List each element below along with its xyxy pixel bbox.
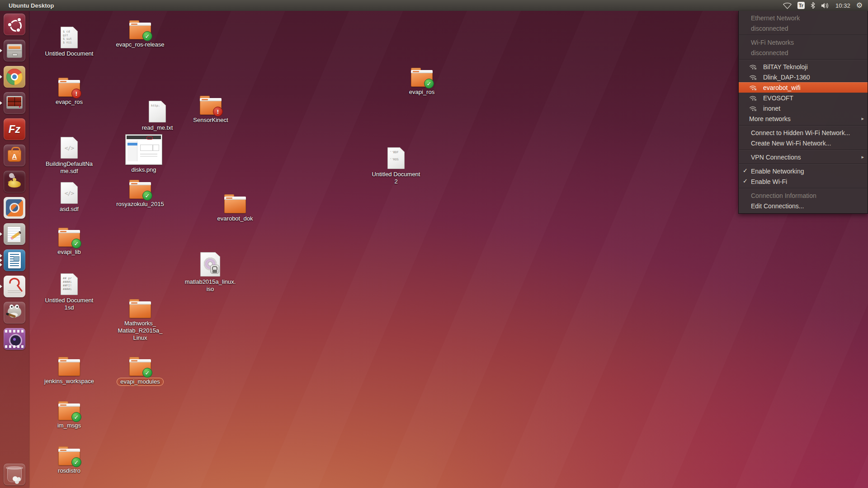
desktop-icon-evapi-ros[interactable]: ✓ evapi_ros	[388, 67, 456, 96]
menu-item-network-dlink[interactable]: Dlink_DAP-1360	[739, 72, 868, 82]
terminal-icon	[6, 96, 23, 109]
swirl-icon	[6, 199, 23, 216]
submenu-arrow-icon: ▸	[861, 154, 864, 160]
menu-item-wifi-status: disconnected	[739, 47, 868, 58]
writer-document-icon	[8, 252, 21, 268]
network-wifi-icon[interactable]	[783, 2, 792, 9]
session-gear-icon[interactable]: ⚙	[856, 2, 863, 9]
folder-icon: ✓	[411, 70, 433, 87]
launcher-trash[interactable]	[4, 464, 25, 485]
check-badge-icon: ✓	[71, 412, 81, 422]
genie-lamp-icon	[9, 173, 14, 178]
desktop-icon-evapc-ros[interactable]: ! evapc_ros	[35, 77, 103, 106]
system-tray: Tr 10:32 ⚙	[783, 0, 868, 11]
desktop-icon-untitled-document-1sd[interactable]: ## pr ####i ##FI! ####i Untitled Documen…	[35, 272, 103, 311]
folder-icon	[129, 301, 151, 318]
keyboard-layout-indicator[interactable]: Tr	[797, 2, 805, 9]
launcher-video-editor[interactable]	[4, 328, 25, 350]
volume-icon[interactable]	[821, 2, 830, 9]
alert-badge-icon: !	[71, 89, 81, 99]
launcher-genie-lamp-app[interactable]	[4, 171, 25, 192]
folder-icon: !	[58, 80, 80, 97]
menu-separator	[739, 187, 868, 190]
launcher-document-viewer[interactable]	[4, 276, 25, 297]
desktop-icon-mathworks-matlab-folder[interactable]: Mathworks_ Matlab_R2015a_ Linux	[106, 298, 174, 342]
desktop-icon-rosdistro[interactable]: ✓ rosdistro	[35, 446, 103, 474]
folder-icon	[58, 359, 80, 376]
launcher-text-editor[interactable]	[4, 223, 25, 245]
desktop-icon-evapi-lib[interactable]: ✓ evapi_lib	[35, 227, 103, 256]
ubuntu-desktop-screen: { "panel": { "title": "Ubuntu Desktop", …	[0, 0, 868, 488]
desktop-icon-disks-png[interactable]: disks.png	[110, 135, 178, 174]
desktop-icon-untitled-document-2[interactable]: ''BDF ''ROS Untitled Document 2	[362, 146, 430, 185]
menu-separator	[739, 124, 868, 127]
text-file-icon: ''BDF ''ROS	[387, 147, 405, 169]
menu-item-edit-connections[interactable]: Edit Connections...	[739, 201, 868, 211]
text-file-icon: $ cd git $ sut $ nii	[61, 27, 78, 48]
check-badge-icon: ✓	[424, 79, 434, 89]
folder-icon: ✓	[58, 230, 80, 247]
software-center-bag-icon: A	[8, 150, 21, 162]
menu-item-vpn-connections[interactable]: VPN Connections ▸	[739, 152, 868, 162]
desktop-icon-evapi-modules[interactable]: ✓ evapi_modules	[106, 356, 174, 386]
lock-badge-icon	[210, 265, 219, 274]
video-editor-icon	[5, 330, 24, 333]
menu-separator	[739, 33, 868, 37]
desktop-icon-sensorkinect[interactable]: ! SensorKinect	[177, 95, 245, 124]
menu-item-enable-wifi[interactable]: ✓ Enable Wi-Fi	[739, 176, 868, 187]
bluetooth-icon[interactable]	[811, 2, 815, 9]
menu-item-connect-hidden[interactable]: Connect to Hidden Wi-Fi Network...	[739, 127, 868, 138]
wifi-signal-icon	[749, 74, 757, 80]
launcher-libreoffice-writer[interactable]	[4, 249, 25, 271]
launcher-files[interactable]	[4, 40, 25, 61]
menu-item-network-evarobot-wifi[interactable]: evarobot_wifi	[739, 82, 868, 93]
markup-file-icon: </>	[61, 137, 78, 159]
check-badge-icon: ✓	[142, 191, 152, 201]
iso-disc-file-icon	[200, 252, 220, 277]
markup-file-icon: </>	[61, 182, 78, 204]
desktop-icon-asd-sdf[interactable]: </> asd.sdf	[35, 181, 103, 213]
menu-item-enable-networking[interactable]: ✓ Enable Networking	[739, 166, 868, 176]
clock[interactable]: 10:32	[835, 2, 850, 9]
file-cabinet-icon	[7, 44, 22, 58]
panel-title: Ubuntu Desktop	[0, 2, 54, 9]
launcher-gimp[interactable]	[4, 302, 25, 324]
image-thumbnail-icon	[126, 135, 162, 164]
filezilla-icon: Fz	[4, 118, 25, 140]
menu-item-network-inonet[interactable]: inonet	[739, 103, 868, 113]
checkmark-icon: ✓	[743, 178, 748, 184]
launcher-terminal[interactable]	[4, 92, 25, 114]
desktop-icon-matlab2015a-linux-iso[interactable]: matlab2015a_linux. iso	[176, 251, 244, 293]
menu-item-network-biltay[interactable]: BilTAY Teknoloji	[739, 61, 868, 72]
desktop-icon-rosyazokulu-2015[interactable]: ✓ rosyazokulu_2015	[106, 179, 174, 208]
desktop-icon-evapc-ros-release[interactable]: ✓ evapc_ros-release	[106, 19, 174, 48]
desktop-icon-untitled-document[interactable]: $ cd git $ sut $ nii Untitled Document	[35, 25, 103, 57]
check-badge-icon: ✓	[142, 368, 152, 378]
unity-launcher: Fz A	[0, 11, 29, 488]
submenu-arrow-icon: ▸	[861, 116, 864, 122]
check-badge-icon: ✓	[71, 239, 81, 249]
desktop-icon-evarobot-dok[interactable]: evarobot_dok	[201, 193, 269, 222]
desktop-icon-jenkins-workspace[interactable]: jenkins_workspace	[35, 356, 103, 385]
top-panel: Ubuntu Desktop Tr 10:32 ⚙	[0, 0, 868, 11]
menu-item-create-new[interactable]: Create New Wi-Fi Network...	[739, 138, 868, 148]
menu-item-ethernet-header: Ethernet Network	[739, 13, 868, 23]
desktop-icon-im-msgs[interactable]: ✓ im_msgs	[35, 400, 103, 429]
desktop-icon-buildingdefaultname-sdf[interactable]: </> BuildingDefaultNa me.sdf	[35, 136, 103, 175]
folder-icon: ✓	[58, 449, 80, 465]
menu-separator	[739, 58, 868, 61]
selected-icon-label: evapi_modules	[117, 378, 163, 386]
menu-item-network-evosoft[interactable]: EVOSOFT	[739, 93, 868, 103]
folder-icon: ✓	[129, 182, 151, 199]
launcher-filezilla[interactable]: Fz	[4, 118, 25, 140]
menu-separator	[739, 148, 868, 152]
launcher-swirl-app[interactable]	[4, 197, 25, 219]
folder-icon: ✓	[129, 359, 151, 376]
menu-separator	[739, 162, 868, 166]
wifi-signal-icon	[749, 64, 757, 70]
launcher-software-center[interactable]: A	[4, 145, 25, 166]
launcher-google-chrome[interactable]	[4, 66, 25, 88]
launcher-ubuntu-dash[interactable]	[4, 14, 25, 35]
folder-icon: ✓	[129, 23, 151, 39]
menu-item-more-networks[interactable]: More networks ▸	[739, 113, 868, 124]
